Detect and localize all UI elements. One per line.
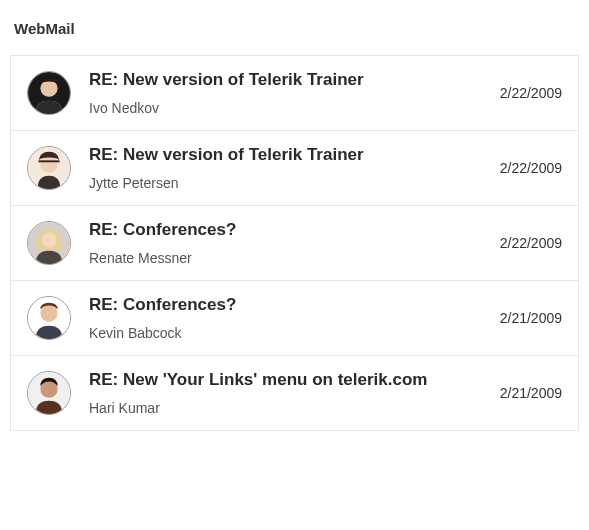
mail-subject: RE: New 'Your Links' menu on telerik.com bbox=[89, 370, 488, 390]
mail-content: RE: New 'Your Links' menu on telerik.com… bbox=[89, 370, 488, 416]
svg-rect-4 bbox=[39, 160, 60, 162]
page-title: WebMail bbox=[10, 20, 579, 37]
mail-subject: RE: New version of Telerik Trainer bbox=[89, 145, 488, 165]
mail-date: 2/22/2009 bbox=[500, 160, 562, 176]
mail-subject: RE: Conferences? bbox=[89, 220, 488, 240]
mail-item[interactable]: RE: New version of Telerik Trainer Jytte… bbox=[11, 131, 578, 206]
mail-sender: Hari Kumar bbox=[89, 400, 488, 416]
mail-content: RE: New version of Telerik Trainer Jytte… bbox=[89, 145, 488, 191]
mail-date: 2/22/2009 bbox=[500, 235, 562, 251]
mail-date: 2/21/2009 bbox=[500, 385, 562, 401]
avatar bbox=[27, 221, 71, 265]
mail-content: RE: Conferences? Renate Messner bbox=[89, 220, 488, 266]
avatar-icon bbox=[28, 222, 70, 264]
mail-subject: RE: New version of Telerik Trainer bbox=[89, 70, 488, 90]
mail-sender: Renate Messner bbox=[89, 250, 488, 266]
mail-item[interactable]: RE: Conferences? Renate Messner 2/22/200… bbox=[11, 206, 578, 281]
mail-sender: Kevin Babcock bbox=[89, 325, 488, 341]
avatar bbox=[27, 71, 71, 115]
avatar bbox=[27, 296, 71, 340]
mail-sender: Ivo Nedkov bbox=[89, 100, 488, 116]
mail-subject: RE: Conferences? bbox=[89, 295, 488, 315]
mail-date: 2/21/2009 bbox=[500, 310, 562, 326]
avatar-icon bbox=[28, 372, 70, 414]
mail-date: 2/22/2009 bbox=[500, 85, 562, 101]
mail-item[interactable]: RE: New 'Your Links' menu on telerik.com… bbox=[11, 356, 578, 431]
svg-point-6 bbox=[41, 233, 56, 248]
mail-item[interactable]: RE: New version of Telerik Trainer Ivo N… bbox=[11, 56, 578, 131]
mail-content: RE: New version of Telerik Trainer Ivo N… bbox=[89, 70, 488, 116]
svg-point-8 bbox=[40, 305, 57, 322]
avatar-icon bbox=[28, 147, 70, 189]
avatar-icon bbox=[28, 72, 70, 114]
avatar bbox=[27, 371, 71, 415]
avatar-icon bbox=[28, 297, 70, 339]
mail-content: RE: Conferences? Kevin Babcock bbox=[89, 295, 488, 341]
mail-sender: Jytte Petersen bbox=[89, 175, 488, 191]
mail-item[interactable]: RE: Conferences? Kevin Babcock 2/21/2009 bbox=[11, 281, 578, 356]
mail-list: RE: New version of Telerik Trainer Ivo N… bbox=[10, 55, 579, 431]
svg-point-3 bbox=[40, 156, 57, 173]
avatar bbox=[27, 146, 71, 190]
